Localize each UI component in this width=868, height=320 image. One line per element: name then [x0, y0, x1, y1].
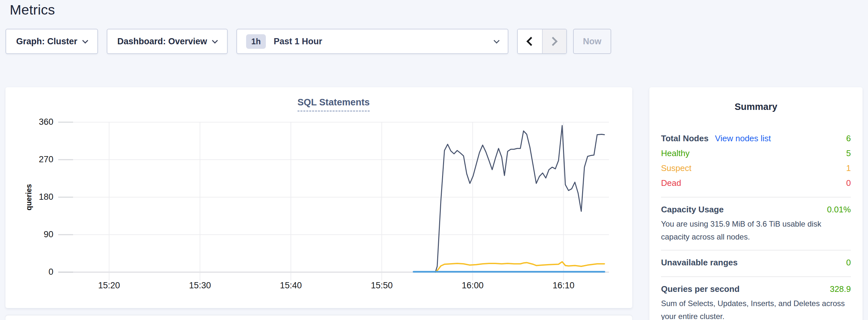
sql-statements-chart-card: SQL Statements queries 15:2015:3015:4015… [5, 87, 632, 308]
x-tick-label: 15:20 [86, 281, 132, 291]
view-nodes-list-link[interactable]: View nodes list [715, 133, 771, 143]
unavailable-ranges-section: Unavailable ranges 0 [661, 251, 851, 270]
suspect-value: 1 [846, 163, 851, 173]
summary-panel: Summary Total Nodes View nodes list 6 He… [649, 87, 863, 320]
unavailable-ranges-label: Unavailable ranges [661, 258, 738, 268]
y-tick-label: 180 [11, 192, 53, 202]
qps-label: Queries per second [661, 284, 740, 294]
total-nodes-label: Total Nodes [661, 133, 709, 143]
x-tick-label: 16:10 [541, 281, 586, 291]
x-tick-label: 15:30 [177, 281, 222, 291]
chart-title-row: SQL Statements [58, 97, 609, 111]
healthy-value: 5 [846, 148, 851, 158]
time-range-badge: 1h [246, 34, 266, 49]
dead-value: 0 [846, 178, 851, 188]
time-nav-group [517, 29, 567, 54]
chart-title[interactable]: SQL Statements [298, 97, 370, 111]
unavailable-ranges-value: 0 [846, 258, 851, 268]
x-tick-label: 15:40 [268, 281, 313, 291]
chart-plot[interactable] [58, 122, 609, 272]
now-button[interactable]: Now [573, 29, 611, 54]
time-forward-button[interactable] [542, 29, 566, 53]
chevron-down-icon [82, 37, 88, 43]
summary-title: Summary [661, 101, 851, 112]
capacity-usage-section: Capacity Usage 0.01% You are using 315.9… [661, 197, 851, 244]
suspect-nodes-row: Suspect 1 [661, 161, 851, 175]
qps-value: 328.9 [830, 284, 851, 294]
dashboard-dropdown[interactable]: Dashboard: Overview [107, 29, 228, 54]
x-tick-label: 15:50 [359, 281, 404, 291]
chevron-right-icon [549, 37, 558, 46]
next-chart-card [5, 316, 632, 320]
healthy-label: Healthy [661, 148, 689, 158]
capacity-usage-description: You are using 315.9 MiB of 3.6 TiB usabl… [661, 218, 851, 244]
qps-description: Sum of Selects, Updates, Inserts, and De… [661, 297, 851, 320]
graph-dropdown[interactable]: Graph: Cluster [5, 29, 98, 54]
y-tick-label: 0 [11, 267, 53, 277]
x-tick-label: 16:00 [450, 281, 495, 291]
series-dark-blue [435, 125, 604, 272]
graph-dropdown-label: Graph: Cluster [16, 36, 77, 46]
time-range-picker[interactable]: 1h Past 1 Hour [237, 29, 508, 54]
series-yellow [435, 262, 604, 272]
time-range-label: Past 1 Hour [274, 36, 322, 46]
y-tick-label: 360 [11, 117, 53, 127]
dead-nodes-row: Dead 0 [661, 175, 851, 190]
time-back-button[interactable] [518, 29, 542, 53]
suspect-label: Suspect [661, 163, 691, 173]
node-status-block: Total Nodes View nodes list 6 Healthy 5 … [661, 131, 851, 190]
capacity-usage-label: Capacity Usage [661, 204, 724, 215]
chevron-left-icon [526, 37, 535, 46]
dashboard-dropdown-label: Dashboard: Overview [117, 36, 207, 46]
y-tick-label: 90 [11, 229, 53, 239]
dead-label: Dead [661, 178, 681, 188]
healthy-nodes-row: Healthy 5 [661, 146, 851, 161]
total-nodes-row: Total Nodes View nodes list 6 [661, 131, 851, 146]
qps-section: Queries per second 328.9 Sum of Selects,… [661, 277, 851, 320]
chevron-down-icon [212, 37, 218, 43]
page-title: Metrics [10, 2, 55, 18]
total-nodes-value: 6 [846, 133, 851, 143]
chevron-down-icon [494, 37, 499, 43]
y-tick-label: 270 [11, 155, 53, 164]
capacity-usage-value: 0.01% [827, 204, 851, 215]
